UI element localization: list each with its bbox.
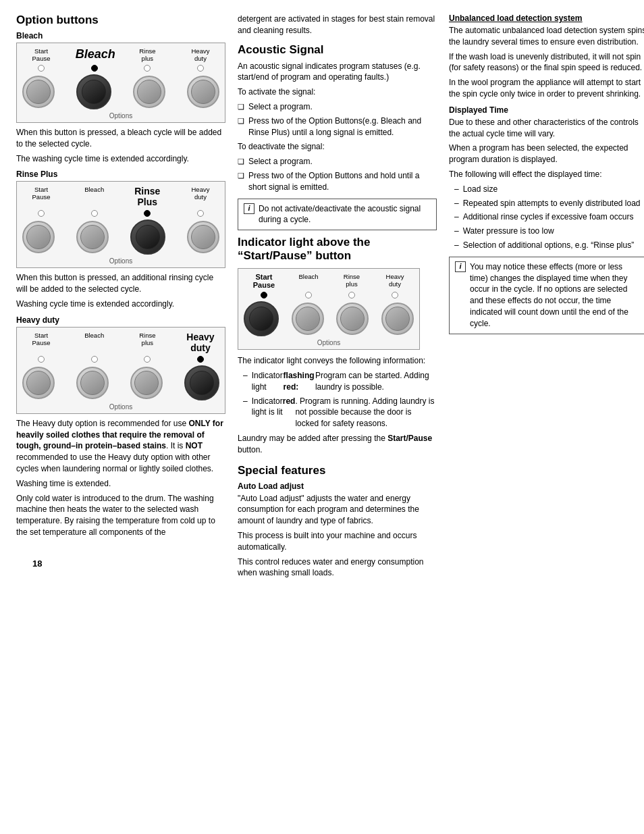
- rinse-desc2: Washing cycle time is extended according…: [16, 298, 225, 310]
- indicator-footer: Laundry may be added after pressing the …: [238, 433, 437, 456]
- heavy-cold-water: Only cold water is introduced to the dru…: [16, 493, 225, 538]
- bleach-panel: StartPause Bleach Rinseplus Heavyduty: [16, 43, 225, 123]
- ind-label-heavy: Heavyduty: [376, 273, 414, 289]
- bleach-btn-1-active[interactable]: [76, 74, 111, 109]
- special-features-title: Special features: [238, 464, 437, 477]
- dt-item-0: Load size: [449, 184, 644, 195]
- unbalanced-desc2: If the wash load is unevenly distributed…: [449, 51, 644, 74]
- heavy-dots-row: [22, 356, 219, 363]
- heavy-btn-2[interactable]: [130, 367, 163, 399]
- rbtn-inner-1: [80, 225, 105, 249]
- bleach-dots-row: [22, 65, 219, 72]
- ind-btn-inner-1: [296, 307, 320, 331]
- btn-inner-2: [137, 80, 161, 104]
- bleach-btn-0[interactable]: [22, 76, 55, 108]
- rinse-label-bleach: Bleach: [76, 186, 113, 207]
- dot-r2: [144, 210, 151, 217]
- bleach-dot-0: [22, 65, 60, 72]
- dt-info-icon: i: [455, 261, 466, 272]
- heavy-btn-3-active[interactable]: [184, 365, 219, 400]
- heavy-btn-0[interactable]: [22, 367, 55, 399]
- column-3: Unbalanced load detection system The aut…: [449, 14, 644, 582]
- bleach-label-heavy: Heavyduty: [182, 47, 219, 62]
- rinse-btn-3[interactable]: [187, 221, 219, 253]
- heavy-label-start: StartPause: [22, 332, 60, 353]
- ind-btn-3[interactable]: [381, 303, 414, 335]
- rinse-dot-0: [22, 210, 60, 217]
- rinse-btn-1[interactable]: [76, 221, 109, 253]
- column-2: detergent are activated in stages for be…: [238, 14, 437, 582]
- bleach-btn-3[interactable]: [187, 76, 219, 108]
- rinse-label-rinse: RinsePlus: [128, 186, 166, 207]
- acoustic-info-box: i Do not activate/deactivate the acousti…: [238, 199, 437, 231]
- heavy-buttons-row: [22, 365, 219, 400]
- dot-start: [38, 65, 45, 72]
- auto-load-desc1: "Auto Load adjust" adjusts the water and…: [238, 493, 437, 527]
- auto-load-desc3: This control reduces water and energy co…: [238, 556, 437, 579]
- ind-btn-inner-0: [249, 307, 273, 331]
- heavy-btn-1[interactable]: [76, 367, 109, 399]
- rinse-label-start: StartPause: [22, 186, 60, 207]
- ind-btn-2[interactable]: [336, 303, 369, 335]
- bleach-dot-1: [76, 65, 113, 72]
- displayed-time-desc1: Due to these and other characteristics o…: [449, 117, 644, 140]
- rinse-options-label: Options: [22, 257, 219, 265]
- deactivate-step-2: Press two of the Option Buttons and hold…: [238, 170, 437, 193]
- displayed-time-info-box: i You may notice these effects (more or …: [449, 257, 644, 334]
- rbtn-inner-2: [136, 225, 160, 249]
- btn-inner-1: [82, 80, 106, 104]
- ind-dot-2: [333, 292, 371, 298]
- heavy-desc-not: NOT: [186, 441, 203, 450]
- indicator-items: Indicator light flashing red: Program ca…: [238, 370, 437, 429]
- dot-r0: [38, 210, 45, 217]
- dt-item-2: Additional rinse cycles if excessive foa…: [449, 211, 644, 223]
- rinse-btn-2-active[interactable]: [130, 219, 165, 255]
- dot-ind1: [305, 292, 312, 298]
- heavy-dot-2: [128, 356, 166, 363]
- indicator-title: Indicator light above the“Start/Pause” b…: [238, 236, 437, 263]
- page-number: 18: [32, 558, 42, 569]
- indicator-buttons-row: [244, 301, 414, 336]
- column-1: Option buttons Bleach StartPause Bleach …: [16, 14, 225, 582]
- heavy-options-label: Options: [22, 403, 219, 411]
- ind-btn-1[interactable]: [292, 303, 324, 335]
- deactivate-label: To deactivate the signal:: [238, 141, 437, 153]
- indicator-dots-row: [244, 292, 414, 298]
- hbtn-inner-0: [26, 371, 51, 395]
- displayed-time-heading: Displayed Time: [449, 105, 644, 115]
- bleach-btn-2[interactable]: [133, 76, 165, 108]
- dot-heavy: [197, 65, 204, 72]
- dt-item-1: Repeated spin attempts to evenly distrib…: [449, 198, 644, 209]
- heavy-label-heavy: Heavyduty: [182, 332, 219, 353]
- bleach-label-bleach: Bleach: [76, 47, 113, 62]
- auto-load-desc2: This process is built into your machine …: [238, 530, 437, 553]
- dot-h3: [197, 356, 204, 363]
- info-icon: i: [244, 203, 254, 214]
- bleach-buttons-row: [22, 74, 219, 109]
- dot-ind2: [348, 292, 355, 298]
- displayed-time-desc3: The following will effect the displayed …: [449, 169, 644, 180]
- deactivate-step-1: Select a program.: [238, 156, 437, 167]
- unbalanced-desc3: In the wool program the appliance will a…: [449, 77, 644, 100]
- displayed-time-desc2: When a program has been selected, the ex…: [449, 142, 644, 165]
- heavy-dot-3: [182, 356, 219, 363]
- heavy-panel: StartPause Bleach Rinseplus Heavyduty: [16, 327, 225, 414]
- indicator-labels: StartPause Bleach Rinseplus Heavyduty: [244, 273, 414, 289]
- dt-info-text: You may notice these effects (more or le…: [470, 261, 642, 330]
- heavy-label-bleach: Bleach: [76, 332, 113, 353]
- indicator-item-1: Indicator light flashing red: Program ca…: [238, 370, 437, 393]
- indicator-item-2: Indicator light is lit red. Program is r…: [238, 396, 437, 429]
- ind-label-bleach: Bleach: [290, 273, 327, 289]
- rbtn-inner-0: [26, 225, 51, 249]
- btn-inner-3: [191, 80, 215, 104]
- indicator-intro: The indicator light conveys the followin…: [238, 355, 437, 367]
- ind-btn-0-active[interactable]: [244, 301, 279, 336]
- rbtn-inner-3: [191, 225, 215, 249]
- activate-step-2: Press two of the Option Buttons(e.g. Ble…: [238, 115, 437, 138]
- rinse-btn-0[interactable]: [22, 221, 55, 253]
- activate-steps: Select a program. Press two of the Optio…: [238, 101, 437, 138]
- bleach-desc2: The washing cycle time is extended accor…: [16, 153, 225, 165]
- ind-label-rinse: Rinseplus: [333, 273, 371, 289]
- activate-step-1: Select a program.: [238, 101, 437, 113]
- dot-ind0: [261, 292, 267, 298]
